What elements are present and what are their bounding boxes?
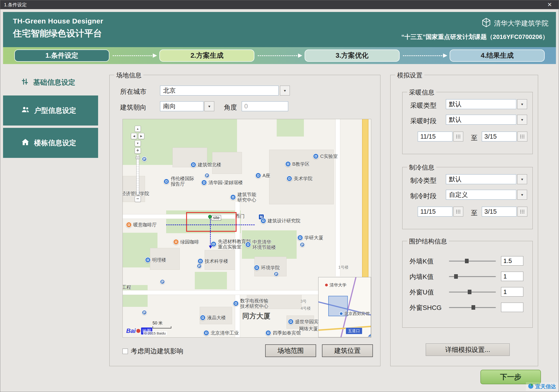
next-step-button[interactable]: 下一步 xyxy=(480,370,541,384)
header-right-block: 清华大学建筑学院 “十三五”国家重点研发计划课题（2016YFC0700206） xyxy=(401,17,549,41)
map-zoom-control[interactable]: ▲ ◀ ▶ ▼ + − xyxy=(130,126,145,202)
chevron-down-icon: ▼ xyxy=(521,102,524,106)
orientation-select[interactable]: 南向 xyxy=(160,101,204,111)
slider-thumb-icon[interactable] xyxy=(465,259,469,263)
slider-thumb-icon[interactable] xyxy=(454,274,458,279)
baidu-map[interactable]: site M 建筑馆北楼C实验室B教学区A座美术学院伟伦楼国际 报告厅清华园-梁… xyxy=(122,119,371,337)
angle-input[interactable] xyxy=(242,101,288,111)
sidebar-item-label: 楼栋信息设定 xyxy=(34,138,76,148)
slider-thumb-icon[interactable] xyxy=(468,290,471,294)
heating-period-select[interactable]: 默认 xyxy=(446,115,516,125)
orientation-dropdown-button[interactable]: ▼ xyxy=(205,101,214,111)
cooling-end-date-input[interactable] xyxy=(482,207,517,217)
zoom-slider[interactable] xyxy=(136,155,139,195)
site-range-button[interactable]: 场地范围 xyxy=(265,344,316,357)
content-area: 场地信息 所在城市 北京 ▼ 建筑朝向 南向 ▼ 角度 xyxy=(98,64,556,389)
pan-left-button[interactable]: ◀ xyxy=(131,133,137,139)
sidebar-item-2[interactable]: 户型信息设定 xyxy=(3,95,98,126)
map-copyright: © 2015 Baidu xyxy=(143,331,167,335)
step-1[interactable]: 1.条件设定 xyxy=(14,49,109,62)
slider-thumb-icon[interactable] xyxy=(472,305,475,310)
date-to-label: 至 xyxy=(471,134,478,142)
cooling-period-label: 制冷时段 xyxy=(410,192,437,201)
zoom-out-button[interactable]: − xyxy=(135,196,141,202)
heating-type-select[interactable]: 默认 xyxy=(446,99,516,109)
cooling-type-dropdown-button[interactable]: ▼ xyxy=(517,174,527,184)
chevron-down-icon: ▼ xyxy=(521,178,524,181)
step-bar: 1.条件设定2.方案生成3.方案优化4.结果生成 xyxy=(3,47,556,64)
city-select[interactable]: 北京 xyxy=(160,86,279,95)
tsinghua-logo-icon xyxy=(481,17,492,29)
heating-start-calendar-button[interactable] xyxy=(453,132,463,141)
zoom-slider-handle[interactable] xyxy=(136,156,140,159)
sidebar-item-1[interactable]: 基础信息设定 xyxy=(3,71,98,94)
cooling-type-select[interactable]: 默认 xyxy=(446,174,516,184)
building-poi-icon xyxy=(313,154,319,159)
baidu-paw-icon xyxy=(136,329,140,333)
map-poi-label: 数字电视传输 技术研究中心 xyxy=(233,298,268,309)
building-position-button[interactable]: 建筑位置 xyxy=(322,344,373,357)
step-2[interactable]: 2.方案生成 xyxy=(159,49,254,62)
envelope-value-input[interactable] xyxy=(501,287,523,297)
step-arrow-icon xyxy=(403,55,446,56)
envelope-value-input[interactable] xyxy=(501,272,523,281)
title-bar[interactable]: 1.条件设定 ✕ xyxy=(0,0,559,9)
envelope-row: 内墙K值 xyxy=(402,271,532,282)
envelope-slider[interactable] xyxy=(449,276,496,277)
map-poi-label: 技术科学楼 xyxy=(198,258,228,264)
sidebar-item-label: 户型信息设定 xyxy=(34,106,76,115)
envelope-slider[interactable] xyxy=(449,307,496,308)
pan-up-button[interactable]: ▲ xyxy=(135,126,141,132)
sidebar-item-3[interactable]: 楼栋信息设定 xyxy=(3,128,98,158)
map-poi-label: A座 xyxy=(255,173,270,178)
map-poi-label: 中意清华 环境节能楼 xyxy=(245,239,276,250)
map-poi-label: 伟伦楼国际 报告厅 xyxy=(164,176,194,187)
zoom-in-button[interactable]: + xyxy=(135,147,141,154)
coffee-poi-icon xyxy=(126,222,132,228)
envelope-row: 外墙K值 xyxy=(402,256,532,266)
heating-period-label: 采暖时段 xyxy=(410,117,437,126)
cooling-start-date-input[interactable] xyxy=(418,207,452,217)
consider-surroundings-checkbox[interactable] xyxy=(122,349,128,354)
envelope-slider[interactable] xyxy=(449,292,496,292)
simulation-settings-panel: 模拟设置 采暖信息 采暖类型 默认 ▼ 采暖时段 默认 ▼ 至 xyxy=(390,75,538,366)
heating-end-calendar-button[interactable] xyxy=(517,132,527,141)
watermark: 宜天信达 xyxy=(526,382,558,391)
pan-right-button[interactable]: ▶ xyxy=(138,133,144,139)
step-4[interactable]: 4.结果生成 xyxy=(450,49,545,62)
envelope-value-input[interactable] xyxy=(501,256,523,265)
envelope-value-input[interactable] xyxy=(501,303,523,312)
minimap-resize-icon[interactable]: ◢ xyxy=(368,333,371,337)
heating-end-date-input[interactable] xyxy=(482,132,517,141)
envelope-slider[interactable] xyxy=(449,261,496,262)
heating-period-dropdown-button[interactable]: ▼ xyxy=(517,115,527,125)
sidebar-item-label: 基础信息设定 xyxy=(33,78,75,87)
org-name: 清华大学建筑学院 xyxy=(494,19,549,28)
map-poi-label: C实验室 xyxy=(313,154,338,159)
map-poi-label: 建筑节能 研究中心 xyxy=(230,192,256,203)
cooling-period-select[interactable]: 自定义 xyxy=(446,190,516,200)
heating-start-date-input[interactable] xyxy=(418,132,452,141)
envelope-info-group: 围护结构信息 外墙K值内墙K值外窗U值外窗SHCG xyxy=(402,241,533,328)
cooling-end-calendar-button[interactable] xyxy=(517,207,527,217)
close-icon[interactable]: ✕ xyxy=(544,1,555,8)
building-poi-icon xyxy=(230,194,236,200)
map-poi-label: 同方大厦 xyxy=(242,312,270,320)
pan-down-button[interactable]: ▼ xyxy=(135,140,141,146)
cooling-start-calendar-button[interactable] xyxy=(453,207,463,217)
step-3[interactable]: 3.方案优化 xyxy=(305,49,400,62)
detailed-simulation-settings-button[interactable]: 详细模拟设置... xyxy=(426,343,510,356)
map-poi-label: 1号楼 xyxy=(338,265,348,270)
building-poi-icon xyxy=(233,301,239,306)
envelope-param-label: 外窗U值 xyxy=(410,288,434,297)
envelope-row: 外窗U值 xyxy=(402,287,532,297)
minimap[interactable]: 清华大学 北京西郊宾馆 五道口 ◢ xyxy=(318,277,371,337)
cooling-period-dropdown-button[interactable]: ▼ xyxy=(517,190,527,200)
step-arrow-icon xyxy=(113,55,156,56)
parking-icon: P xyxy=(160,279,165,284)
city-dropdown-button[interactable]: ▼ xyxy=(280,86,290,95)
city-label: 所在城市 xyxy=(120,87,146,96)
site-range-rect[interactable] xyxy=(186,212,237,232)
heating-type-dropdown-button[interactable]: ▼ xyxy=(517,99,527,109)
project-name: “十三五”国家重点研发计划课题（2016YFC0700206） xyxy=(401,33,549,41)
